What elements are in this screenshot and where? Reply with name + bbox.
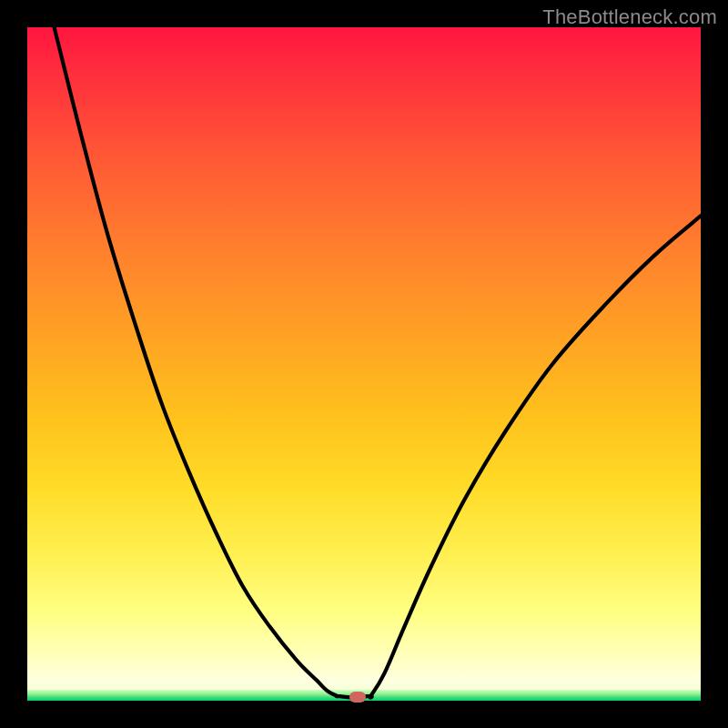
chart-frame: TheBottleneck.com xyxy=(0,0,728,728)
bottleneck-curve xyxy=(27,27,701,701)
optimal-marker xyxy=(349,692,366,703)
watermark-text: TheBottleneck.com xyxy=(542,5,717,29)
curve-path xyxy=(55,27,701,698)
